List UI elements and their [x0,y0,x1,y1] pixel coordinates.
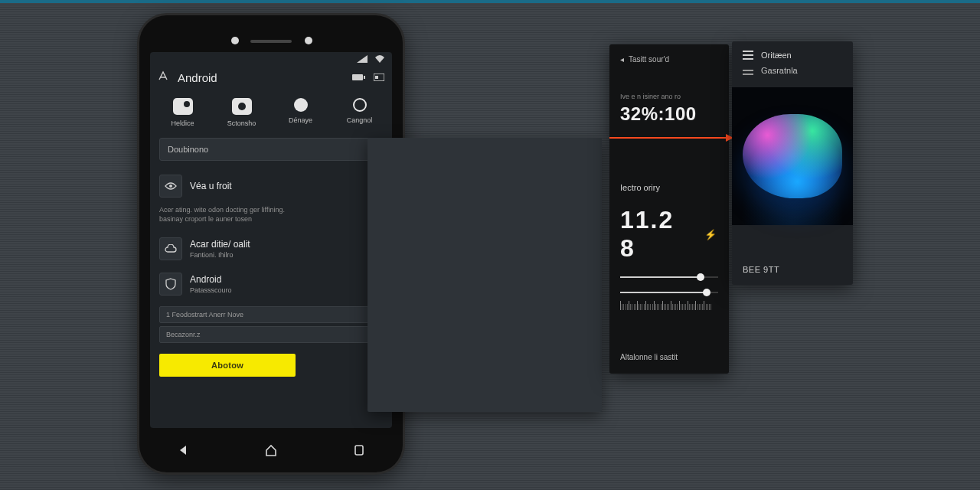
card-footer-label: Altalonne li sastit [620,353,678,361]
slider-fill [620,292,707,293]
search-dropdown[interactable]: Doubinono ⌄ [159,138,383,161]
slider-1[interactable] [620,276,718,278]
quick-action-label: Sctonsho [227,119,256,127]
slider-knob-icon[interactable] [703,289,710,296]
battery-icon [352,70,366,84]
slider-fill [620,276,701,278]
text-field-label: 1 Feodostrart Anerr Nove [166,311,243,318]
ruler-ticks-icon [620,299,718,310]
status-bar [150,52,392,67]
slider-2[interactable] [620,292,718,293]
row-subtitle: Patassscouro [190,286,369,294]
art-canvas [732,87,853,225]
row-title: Acar ditie/ oalit [190,239,367,250]
primary-action-button[interactable]: Abotow [159,354,296,377]
primary-action-label: Abotow [211,361,243,370]
art-card-header[interactable]: Oritæen [732,41,853,64]
wifi-icon [375,55,384,64]
breadcrumb[interactable]: ◂ Tasitt sour'd [620,55,718,64]
text-field-1[interactable]: 1 Feodostrart Anerr Nove [159,306,383,323]
row-video-front[interactable]: Véa u froit ➜ [159,168,383,204]
quick-action-label: Cangnol [347,116,373,124]
back-icon[interactable] [158,70,168,84]
metric-value: 32%:100 [620,103,718,125]
dot-icon [294,98,308,112]
camera-icon [173,98,193,115]
stats-card: ◂ Tasitt sour'd Ive e n isiner ano ro 32… [609,44,729,374]
quick-action-row: Heldice Sctonsho Dénaye Cangnol [150,92,392,138]
row-android[interactable]: Android Patassscouro ● [159,266,383,302]
speaker-slot-icon [250,40,292,43]
nav-recent-icon[interactable] [352,443,366,457]
phone-frame: Android Heldice Sctons [139,15,403,472]
card-icon [374,70,384,84]
menu-icon[interactable] [743,54,753,56]
quick-action-heldice[interactable]: Heldice [160,98,206,127]
quick-action-screenshot[interactable]: Sctonsho [219,98,265,127]
time-value: 11.2 8 ⚡ [620,206,718,263]
svg-rect-5 [355,446,363,455]
row-autofill[interactable]: Acar ditie/ oalit Fantioni. Ihilro ➜ [159,231,383,266]
row-title: Android [190,274,369,285]
breadcrumb-label: Tasitt sour'd [629,55,669,64]
camera-dot-icon [305,37,312,44]
description-text: Acer ating. wite odon docting ger liffin… [159,204,383,231]
slider-knob-icon[interactable] [697,273,704,281]
art-card-subtitle: Gasratnla [761,66,798,75]
art-card-subheader[interactable]: Gasratnla [732,64,853,84]
ring-icon [353,98,367,112]
menu-icon[interactable] [743,70,753,71]
svg-rect-3 [375,76,378,79]
bolt-icon: ⚡ [704,229,718,240]
shield-icon [159,273,182,296]
screenshot-icon [232,98,252,115]
text-field-label: Becazonr.z [166,331,201,338]
svg-rect-0 [352,74,363,80]
svg-rect-1 [364,76,365,79]
quick-action-label: Dénaye [289,116,312,124]
phone-screen: Android Heldice Sctons [150,52,392,428]
gradient-blob-icon [743,114,842,198]
art-card: Oritæen Gasratnla BEE 9TT [732,41,853,285]
art-card-title: Oritæen [761,51,792,60]
text-field-2[interactable]: Becazonr.z ⌄ [159,326,383,343]
signal-icon [357,55,368,64]
row-subtitle: Fantioni. Ihilro [190,251,367,259]
eye-icon [159,175,182,198]
metric-label: Ive e n isiner ano ro [620,93,718,100]
svg-point-4 [169,185,172,188]
row-title: Véa u froit [190,181,367,191]
quick-action-label: Heldice [171,119,194,127]
divider-arrow-icon [609,137,729,139]
page-title: Android [178,71,343,84]
cloud-icon [159,237,182,260]
nav-back-icon[interactable] [176,443,190,457]
app-bar: Android [150,67,392,92]
search-dropdown-label: Doubinono [168,145,208,154]
time-value-text: 11.2 8 [620,206,692,263]
content-area: Doubinono ⌄ Véa u froit ➜ Acer ating. wi… [150,138,392,377]
android-nav-bar [139,428,403,472]
camera-dot-icon [231,37,239,44]
nav-home-icon[interactable] [264,443,278,457]
section-label: Iectro oriry [620,183,718,192]
art-caption: BEE 9TT [743,265,779,274]
quick-action-denaye[interactable]: Dénaye [278,98,324,127]
quick-action-cangnol[interactable]: Cangnol [337,98,383,127]
chevron-left-icon: ◂ [620,55,624,64]
overlay-panel [368,138,602,412]
